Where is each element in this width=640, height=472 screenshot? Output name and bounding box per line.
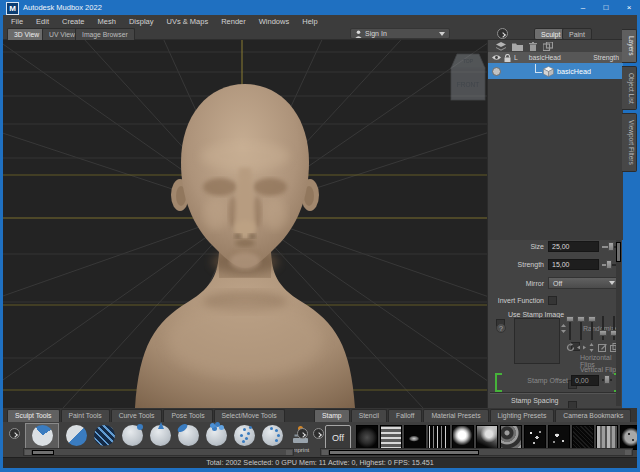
minimize-button[interactable]: – [572,0,594,15]
menu-edit[interactable]: Edit [36,17,49,26]
menu-mesh[interactable]: Mesh [98,17,116,26]
status-bar: Total: 2002 Selected: 0 GPU Mem: 11 Acti… [3,457,637,468]
stamp-thumbnail[interactable] [428,425,450,450]
tab-object-list[interactable]: Object List [622,66,637,111]
menu-windows[interactable]: Windows [259,17,289,26]
stamp-offset-slider[interactable] [602,375,612,384]
randomize-slider-2[interactable] [577,316,585,340]
layers-header-strength: Strength [593,54,619,61]
randomize-slider-1[interactable] [566,316,574,340]
app-icon: M [6,2,19,15]
visibility-eye-icon[interactable] [492,54,501,61]
tray-scroll-right-button[interactable] [297,428,308,439]
stamp-preview[interactable] [514,318,560,364]
tree-connector [535,64,542,73]
panel-collapse-button[interactable] [497,28,508,39]
layers-list-empty-area[interactable] [488,79,623,240]
tab-select-move-tools[interactable]: Select/Move Tools [214,409,285,422]
divider [490,392,620,394]
smooth-tool-icon [66,425,87,446]
tab-pose-tools[interactable]: Pose Tools [163,409,212,422]
strength-label: Strength [488,261,544,268]
tab-layers[interactable]: Layers [622,29,637,63]
menu-create[interactable]: Create [62,17,85,26]
stamp-tray-scrollbar[interactable] [320,448,633,456]
tab-viewport-filters[interactable]: Viewport Filters [622,113,637,172]
layer-radio-icon[interactable] [492,67,501,76]
randomize-slider-3[interactable] [588,316,596,340]
layers-header-name: basicHead [529,54,561,61]
invert-function-checkbox[interactable] [548,296,557,305]
stamp-offset-field[interactable]: 0,00 [571,375,599,386]
new-layer-icon[interactable] [496,42,506,51]
size-field[interactable]: 25,00 [548,241,599,252]
pinch-tool-icon [150,425,171,446]
tab-curve-tools[interactable]: Curve Tools [111,409,163,422]
menu-uvs-maps[interactable]: UVs & Maps [166,17,208,26]
tab-camera-bookmarks[interactable]: Camera Bookmarks [555,409,631,422]
stamp-off-button[interactable]: Off [325,425,351,450]
dropdown-arrow-icon [609,281,615,285]
stamp-thumbnail[interactable] [596,425,618,450]
stamp-thumbnail[interactable] [500,425,522,450]
layer-row-basichead[interactable]: basicHead [488,63,623,79]
randomize-slider-4[interactable] [599,316,607,340]
stamp-offset-label: Stamp Offset [506,377,568,384]
stamp-thumbnail[interactable] [452,425,474,450]
stamp-rotate-icon[interactable] [566,343,575,352]
menu-display[interactable]: Display [129,17,154,26]
tab-image-browser[interactable]: Image Browser [75,28,135,40]
window-title: Autodesk Mudbox 2022 [23,3,102,12]
tray-scroll-left-button[interactable] [9,428,20,439]
menu-help[interactable]: Help [302,17,317,26]
flatten-tool-icon [178,425,199,446]
sculpt-tools-tray: Sculpt Smooth Relax Grab Pinch Flatten F… [3,422,310,457]
tab-3d-view[interactable]: 3D View [7,28,46,40]
menu-render[interactable]: Render [221,17,246,26]
stamp-thumbnail[interactable] [380,425,402,450]
stamp-thumbnail[interactable] [572,425,594,450]
lock-icon[interactable] [504,54,511,62]
stamp-thumbnail[interactable] [620,425,637,450]
duplicate-icon[interactable] [543,42,553,51]
mirror-value: Off [553,280,562,287]
sculpt-panel: L basicHead Strength basicHead Size 25,0… [487,40,622,408]
edit-stamp-icon[interactable] [598,343,607,352]
sign-in-button[interactable]: Sign In [350,28,450,39]
mirror-dropdown[interactable]: Off [548,277,620,289]
stamp-thumbnail[interactable] [548,425,570,450]
tab-stamp[interactable]: Stamp [314,409,350,422]
maximize-button[interactable]: □ [595,0,617,15]
viewport-3d[interactable]: TOP FRONT [3,40,487,408]
stamp-thumbnail[interactable] [524,425,546,450]
close-button[interactable]: × [618,0,640,15]
tab-stencil[interactable]: Stencil [351,409,387,422]
tab-paint-tools[interactable]: Paint Tools [61,409,110,422]
spray-tool-icon [234,425,255,446]
properties-scrollbar[interactable] [616,240,621,406]
tab-falloff[interactable]: Falloff [388,409,422,422]
menu-file[interactable]: File [11,17,23,26]
tab-material-presets[interactable]: Material Presets [423,409,488,422]
stamp-thumbnail[interactable] [476,425,498,450]
stamp-help-button[interactable]: ? [496,323,506,333]
flip-horizontal-icon[interactable] [577,345,586,350]
grab-tool-icon [122,425,143,446]
layers-header-row[interactable]: L basicHead Strength [488,52,623,63]
title-bar[interactable]: M Autodesk Mudbox 2022 – □ × [0,0,640,15]
tab-paint[interactable]: Paint [562,28,592,40]
stamp-thumbnail[interactable] [404,425,426,450]
stamp-thumbnail[interactable] [356,425,378,450]
tool-tray-scrollbar[interactable] [23,448,294,456]
nav-cube-top-label: TOP [463,58,474,64]
preset-tab-bar: Stamp Stencil Falloff Material Presets L… [310,408,637,422]
tab-sculpt-tools[interactable]: Sculpt Tools [7,409,60,422]
delete-icon[interactable] [529,42,537,51]
flip-vertical-icon[interactable] [589,343,594,352]
tab-lighting-presets[interactable]: Lighting Presets [490,409,555,422]
folder-icon[interactable] [512,42,523,51]
stamp-scroll-left-button[interactable] [313,428,324,439]
view-navigation-cube[interactable]: TOP FRONT [451,54,485,100]
strength-field[interactable]: 15,00 [548,259,599,270]
stamp-offset-bracket-left [495,373,502,392]
